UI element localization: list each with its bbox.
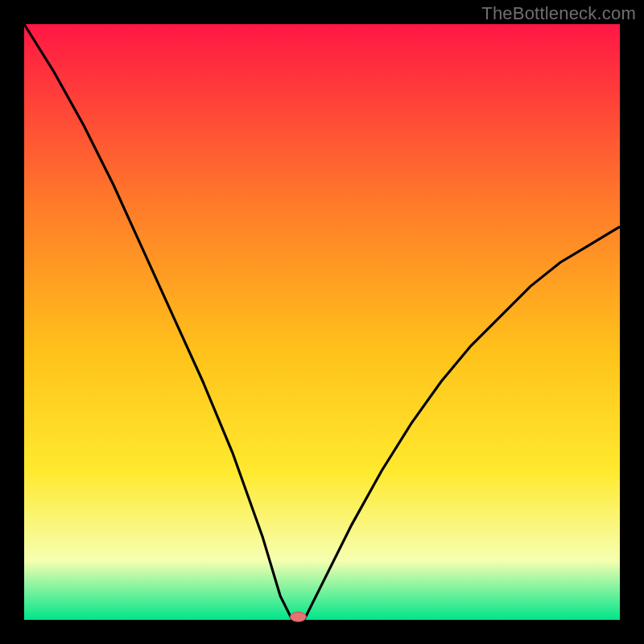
chart-frame: TheBottleneck.com <box>0 0 644 644</box>
plot-background <box>24 24 620 620</box>
optimal-marker <box>290 612 306 621</box>
bottleneck-plot <box>0 0 644 644</box>
watermark-text: TheBottleneck.com <box>481 3 636 24</box>
